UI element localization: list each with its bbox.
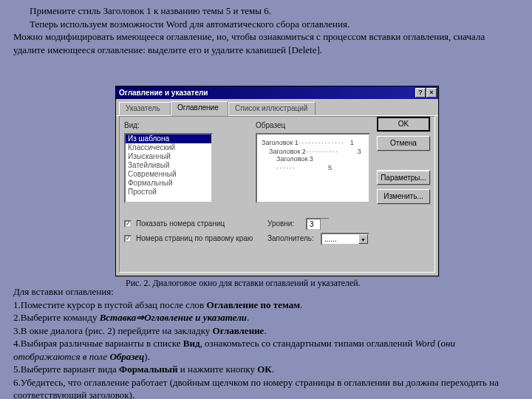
chk2-label: Номера страниц по правому краю bbox=[136, 234, 253, 242]
levels-spinner[interactable]: 3 bbox=[306, 218, 330, 231]
tab-figures[interactable]: Список иллюстраций bbox=[228, 102, 316, 115]
options-button[interactable]: Параметры... bbox=[377, 170, 430, 185]
urovni-label: Уровни: bbox=[267, 219, 294, 228]
titlebar[interactable]: Оглавление и указатели ? × bbox=[116, 86, 438, 99]
step-4: 4.Выбирая различные варианты в списке Ви… bbox=[13, 337, 519, 363]
list-item[interactable]: Простой bbox=[126, 188, 211, 197]
chk-show-pages[interactable]: ✓ bbox=[124, 220, 132, 228]
vid-listbox[interactable]: Из шаблона Классический Изысканный Затей… bbox=[124, 133, 213, 203]
vid-label: Вид: bbox=[124, 121, 140, 129]
ok-button[interactable]: OK bbox=[377, 117, 430, 132]
list-item[interactable]: Классический bbox=[126, 143, 211, 152]
para-3: Можно модифицировать имеющееся оглавлени… bbox=[13, 30, 519, 56]
tabs: Указатель Оглавление Список иллюстраций bbox=[116, 101, 438, 116]
instructions: Для вставки оглавления: 1.Поместите курс… bbox=[13, 285, 519, 399]
step-1: 1.Поместите курсор в пустой абзац после … bbox=[13, 299, 519, 312]
list-item[interactable]: Изысканный bbox=[126, 152, 211, 161]
document-text: Примените стиль Заголовок 1 к названию т… bbox=[0, 0, 532, 56]
dialog-title: Оглавление и указатели bbox=[119, 89, 208, 97]
step-intro: Для вставки оглавления: bbox=[13, 285, 519, 299]
dialog-body: Вид: Образец Из шаблона Классический Изы… bbox=[119, 116, 435, 273]
step-5: 5.Выберите вариант вида Формальный и наж… bbox=[13, 363, 519, 376]
cancel-button[interactable]: Отмена bbox=[377, 136, 430, 151]
obrazec-label: Образец bbox=[256, 121, 285, 129]
para-2a: Теперь используем возможности Word для а… bbox=[30, 18, 349, 30]
help-button[interactable]: ? bbox=[415, 88, 426, 98]
step-2: 2.Выберите команду Вставка⇒Оглавление и … bbox=[13, 311, 519, 324]
chk1-label: Показать номера страниц bbox=[136, 219, 225, 228]
para-1: Примените стиль Заголовок 1 к названию т… bbox=[13, 4, 519, 18]
list-item[interactable]: Из шаблона bbox=[126, 134, 211, 143]
toc-dialog: Оглавление и указатели ? × Указатель Огл… bbox=[115, 86, 439, 276]
fill-combo[interactable]: ......▼ bbox=[321, 233, 369, 245]
step-6: 6.Убедитесь, что оглавление работает (дв… bbox=[13, 376, 519, 399]
list-item[interactable]: Затейливый bbox=[126, 161, 211, 170]
zapoln-label: Заполнитель: bbox=[267, 234, 314, 242]
modify-button[interactable]: Изменить... bbox=[377, 189, 430, 204]
preview-box: Заголовок 1..............1 Заголовок 2..… bbox=[256, 133, 370, 203]
tab-toc[interactable]: Оглавление bbox=[171, 101, 228, 116]
tab-index[interactable]: Указатель bbox=[119, 102, 171, 115]
close-button[interactable]: × bbox=[426, 88, 437, 98]
list-item[interactable]: Формальный bbox=[126, 179, 211, 188]
list-item[interactable]: Современный bbox=[126, 170, 211, 179]
step-3: 3.В окне диалога (рис. 2) перейдите на з… bbox=[13, 324, 519, 338]
chk-right-align[interactable]: ✓ bbox=[124, 235, 132, 242]
